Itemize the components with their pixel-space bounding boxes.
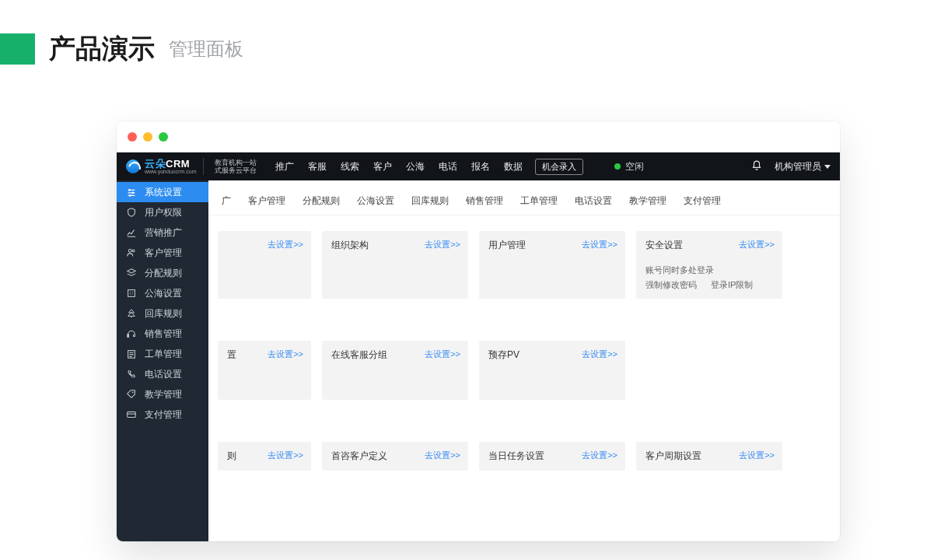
settings-card: 置去设置>>: [218, 341, 311, 400]
go-settings-link[interactable]: 去设置>>: [425, 450, 460, 461]
chevron-down-icon: [824, 165, 831, 169]
users-icon: [126, 247, 137, 258]
app-window: 云朵CRM www.yunduocrm.com 教育机构一站 式服务云平台 推广…: [117, 121, 840, 541]
top-menu-item[interactable]: 推广: [269, 157, 300, 177]
sidebar-item-label: 营销推广: [145, 226, 182, 240]
sub-tab[interactable]: 公海设置: [348, 189, 403, 215]
window-titlebar: [117, 121, 840, 152]
top-menu-item[interactable]: 报名: [465, 157, 496, 177]
sub-tab-partial[interactable]: 广: [218, 189, 240, 215]
sub-tabs: 广客户管理分配规则公海设置回库规则销售管理工单管理电话设置教学管理支付管理: [208, 180, 840, 215]
chart-up-icon: [126, 227, 137, 238]
sub-tab[interactable]: 销售管理: [457, 189, 512, 215]
brand[interactable]: 云朵CRM www.yunduocrm.com 教育机构一站 式服务云平台: [126, 158, 257, 175]
go-settings-link[interactable]: 去设置>>: [739, 450, 775, 461]
tag-icon: [126, 389, 137, 400]
go-settings-link[interactable]: 去设置>>: [582, 348, 617, 360]
card-body: 账号同时多处登录强制修改密码登录IP限制: [645, 264, 773, 291]
sidebar-item[interactable]: 回库规则: [117, 303, 208, 324]
brand-tagline: 教育机构一站 式服务云平台: [215, 159, 257, 175]
top-menu-item[interactable]: 客户: [367, 157, 398, 177]
card-body-item: 强制修改密码: [645, 279, 697, 291]
window-close-icon[interactable]: [128, 132, 137, 142]
sidebar: 系统设置用户权限营销推广客户管理分配规则公海设置回库规则销售管理工单管理电话设置…: [117, 180, 208, 541]
top-menu-item[interactable]: 公海: [400, 157, 431, 177]
sidebar-item[interactable]: 工单管理: [117, 344, 208, 364]
sub-tab[interactable]: 工单管理: [512, 189, 566, 215]
sub-tab[interactable]: 客户管理: [240, 189, 294, 215]
page-heading: 产品演示 管理面板: [0, 0, 941, 67]
settings-sliders-icon: [126, 187, 137, 198]
card-row: 去设置>>组织架构去设置>>用户管理去设置>>安全设置去设置>>账号同时多处登录…: [218, 231, 831, 299]
status-indicator: 空闲: [614, 160, 644, 173]
divider: [203, 158, 204, 175]
settings-card: 当日任务设置去设置>>: [479, 442, 625, 471]
card-icon: [126, 409, 137, 420]
headset-icon: [126, 328, 137, 339]
go-settings-link[interactable]: 去设置>>: [739, 239, 775, 250]
top-nav: 云朵CRM www.yunduocrm.com 教育机构一站 式服务云平台 推广…: [117, 152, 840, 180]
card-row: 则去设置>>首咨客户定义去设置>>当日任务设置去设置>>客户周期设置去设置>>: [218, 442, 831, 471]
page-title: 产品演示: [49, 31, 155, 67]
sub-tab[interactable]: 电话设置: [566, 189, 621, 215]
sidebar-item[interactable]: 公海设置: [117, 283, 208, 303]
sidebar-item[interactable]: 电话设置: [117, 364, 208, 384]
record-button[interactable]: 机会录入: [535, 159, 583, 175]
card-body-item: 账号同时多处登录: [645, 264, 714, 276]
sidebar-item-label: 电话设置: [145, 368, 182, 381]
card-groups: 去设置>>组织架构去设置>>用户管理去设置>>安全设置去设置>>账号同时多处登录…: [208, 215, 840, 471]
bell-icon[interactable]: [751, 160, 762, 173]
sidebar-item[interactable]: 教学管理: [117, 384, 208, 404]
go-settings-link[interactable]: 去设置>>: [268, 348, 303, 360]
building-icon: [126, 288, 137, 299]
status-label: 空闲: [625, 160, 644, 173]
top-menu-item[interactable]: 电话: [432, 157, 464, 177]
tree-icon: [126, 308, 137, 319]
settings-card: 预存PV去设置>>: [479, 341, 625, 400]
go-settings-link[interactable]: 去设置>>: [425, 348, 460, 360]
go-settings-link[interactable]: 去设置>>: [268, 450, 303, 461]
window-minimize-icon[interactable]: [143, 132, 152, 142]
layers-icon: [126, 268, 137, 278]
top-menu-item[interactable]: 线索: [334, 157, 366, 177]
sidebar-item[interactable]: 系统设置: [117, 182, 208, 202]
phone-icon: [126, 369, 137, 380]
go-settings-link[interactable]: 去设置>>: [268, 239, 303, 250]
top-menu: 推广 客服 线索 客户 公海 电话 报名 数据 机会录入: [269, 157, 583, 177]
settings-card: 组织架构去设置>>: [322, 231, 468, 299]
shield-icon: [126, 207, 137, 218]
top-menu-item[interactable]: 数据: [498, 157, 529, 177]
sidebar-item[interactable]: 客户管理: [117, 243, 208, 263]
top-menu-item[interactable]: 客服: [302, 157, 333, 177]
status-dot-icon: [614, 163, 621, 170]
sidebar-item[interactable]: 分配规则: [117, 263, 208, 283]
sub-tab[interactable]: 支付管理: [675, 189, 729, 215]
app-body: 系统设置用户权限营销推广客户管理分配规则公海设置回库规则销售管理工单管理电话设置…: [117, 180, 840, 541]
accent-block: [0, 33, 35, 65]
user-role-dropdown[interactable]: 机构管理员: [775, 160, 831, 173]
sidebar-item[interactable]: 营销推广: [117, 222, 208, 243]
page-subtitle: 管理面板: [169, 37, 243, 61]
go-settings-link[interactable]: 去设置>>: [425, 239, 460, 250]
sidebar-item[interactable]: 用户权限: [117, 202, 208, 222]
sub-tab[interactable]: 教学管理: [621, 189, 675, 215]
sidebar-item-label: 分配规则: [145, 267, 182, 280]
settings-card: 用户管理去设置>>: [479, 231, 625, 299]
main-content: 广客户管理分配规则公海设置回库规则销售管理工单管理电话设置教学管理支付管理 去设…: [208, 180, 840, 541]
clipboard-icon: [126, 348, 137, 359]
go-settings-link[interactable]: 去设置>>: [582, 239, 617, 250]
settings-card: 安全设置去设置>>账号同时多处登录强制修改密码登录IP限制: [636, 231, 782, 299]
sidebar-item-label: 工单管理: [145, 348, 182, 361]
sidebar-item[interactable]: 支付管理: [117, 404, 208, 425]
sidebar-item-label: 教学管理: [145, 388, 182, 401]
sidebar-item-label: 销售管理: [145, 327, 182, 341]
go-settings-link[interactable]: 去设置>>: [582, 450, 617, 461]
sidebar-item-label: 用户权限: [145, 206, 182, 219]
sub-tab[interactable]: 分配规则: [294, 189, 348, 215]
window-zoom-icon[interactable]: [159, 132, 168, 142]
sidebar-item-label: 客户管理: [145, 247, 182, 260]
sidebar-item[interactable]: 销售管理: [117, 324, 208, 344]
sidebar-item-label: 公海设置: [145, 287, 182, 300]
sub-tab[interactable]: 回库规则: [403, 189, 457, 215]
top-right: 机构管理员: [751, 160, 831, 173]
